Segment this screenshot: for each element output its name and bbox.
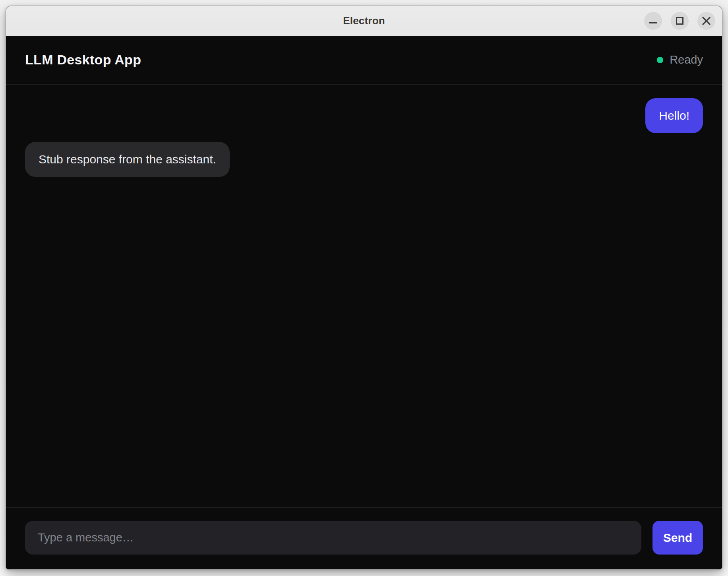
user-message-bubble: Hello! <box>645 98 703 133</box>
message-input[interactable] <box>25 521 641 555</box>
close-icon <box>702 16 711 25</box>
status-label: Ready <box>670 53 703 66</box>
window-controls <box>644 6 715 36</box>
app-content: LLM Desktop App Ready Hello! Stub respon… <box>6 36 722 569</box>
chat-message-list: Hello! Stub response from the assistant. <box>6 85 722 507</box>
maximize-button[interactable] <box>671 12 689 30</box>
app-window: Electron LLM Desktop App <box>6 6 722 570</box>
app-title: LLM Desktop App <box>25 52 141 68</box>
minimize-button[interactable] <box>644 12 662 30</box>
close-button[interactable] <box>697 12 715 30</box>
send-button[interactable]: Send <box>652 521 703 555</box>
minimize-icon <box>649 22 657 23</box>
message-composer: Send <box>6 507 722 569</box>
desktop-background: Electron LLM Desktop App <box>0 0 728 576</box>
window-titlebar[interactable]: Electron <box>6 6 722 36</box>
status-dot-icon <box>657 57 663 63</box>
assistant-message-bubble: Stub response from the assistant. <box>25 142 230 177</box>
status-indicator: Ready <box>657 53 703 66</box>
window-title: Electron <box>343 15 385 27</box>
app-header: LLM Desktop App Ready <box>6 36 722 85</box>
maximize-icon <box>676 17 683 25</box>
